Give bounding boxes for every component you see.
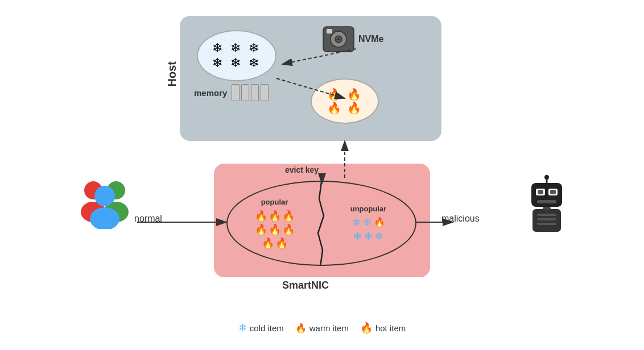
hot-icon: 🔥 <box>360 322 373 334</box>
robot-icon <box>521 175 572 240</box>
popular-label: popular <box>261 198 288 206</box>
fire-row-2: 🔥 🔥 🔥 <box>255 223 295 236</box>
nvme-disk-icon <box>322 24 355 54</box>
warm-icon: 🔥 <box>295 323 307 334</box>
snow-1: ❄ <box>352 216 361 229</box>
snow-row-1: ❄ ❄ 🔥 <box>352 216 385 229</box>
svg-point-12 <box>544 175 549 180</box>
snow-2: ❄ <box>363 216 371 229</box>
snow-4: ❄ <box>364 230 373 243</box>
hot-flames-host: 🔥 🔥🔥 🔥 <box>327 88 362 115</box>
cold-snowflakes-host: ❄ ❄ ❄❄ ❄ ❄ <box>212 41 261 70</box>
svg-rect-20 <box>537 214 556 216</box>
memory-label: memory <box>194 88 227 98</box>
cold-icon: ❄ <box>238 322 247 334</box>
users-svg <box>77 178 134 229</box>
malicious-label: malicious <box>441 214 480 224</box>
legend: ❄ cold item 🔥 warm item 🔥 hot item <box>238 322 406 334</box>
memory-icon <box>232 84 269 101</box>
fire-7: 🔥 <box>262 237 274 249</box>
hot-item-label: hot item <box>375 323 406 333</box>
svg-rect-4 <box>327 29 332 34</box>
svg-point-3 <box>337 38 340 40</box>
hot-oval-host: 🔥 🔥🔥 🔥 <box>311 78 379 124</box>
fire-8: 🔥 <box>275 237 288 249</box>
fire-6: 🔥 <box>282 223 295 236</box>
fire-5: 🔥 <box>269 223 281 236</box>
popular-side: popular 🔥 🔥 🔥 🔥 🔥 🔥 🔥 🔥 <box>228 182 321 265</box>
svg-rect-23 <box>543 207 551 210</box>
unpopular-label: unpopular <box>350 205 387 213</box>
smartnic-oval: popular 🔥 🔥 🔥 🔥 🔥 🔥 🔥 🔥 unpopular <box>226 181 416 266</box>
cold-item-label: cold item <box>250 323 284 333</box>
fire-4: 🔥 <box>255 223 267 236</box>
mem-bar-1 <box>232 84 240 101</box>
robot-svg <box>521 175 572 238</box>
warm-item-label: warm item <box>309 323 349 333</box>
mem-bar-3 <box>251 84 259 101</box>
fire-row-3: 🔥 🔥 <box>262 237 288 249</box>
users-icon <box>77 178 134 231</box>
nvme-area: NVMe <box>322 24 383 54</box>
smartnic-label: SmartNIC <box>282 280 329 291</box>
svg-rect-18 <box>537 200 556 203</box>
mem-bar-2 <box>241 84 249 101</box>
evict-key-label: evict key <box>285 165 319 174</box>
diagram-container: Host NVMe ❄ ❄ ❄❄ ❄ ❄ memory 🔥 🔥🔥 🔥 Smart… <box>66 10 578 340</box>
legend-warm: 🔥 warm item <box>295 323 349 334</box>
snow-3: ❄ <box>353 230 362 243</box>
legend-hot: 🔥 hot item <box>360 322 406 334</box>
svg-rect-22 <box>537 223 556 225</box>
mem-bar-4 <box>261 84 269 101</box>
svg-rect-21 <box>537 218 556 220</box>
legend-cold: ❄ cold item <box>238 322 284 334</box>
fire-3: 🔥 <box>282 210 295 222</box>
svg-rect-17 <box>550 190 556 194</box>
fire-row-1: 🔥 🔥 🔥 <box>255 210 295 222</box>
normal-label: normal <box>134 214 162 224</box>
snow-row-2: ❄ ❄ ❄ <box>353 230 383 243</box>
unpopular-side: unpopular ❄ ❄ 🔥 ❄ ❄ ❄ <box>321 182 415 265</box>
svg-point-9 <box>94 186 115 206</box>
nvme-label: NVMe <box>358 34 383 44</box>
svg-rect-16 <box>538 190 543 194</box>
host-label: Host <box>166 61 179 86</box>
cold-oval-host: ❄ ❄ ❄❄ ❄ ❄ <box>197 30 276 81</box>
memory-area: memory <box>194 84 269 101</box>
warm-1: 🔥 <box>374 216 385 229</box>
fire-1: 🔥 <box>255 210 267 222</box>
fire-2: 🔥 <box>269 210 281 222</box>
snow-5: ❄ <box>375 230 383 243</box>
